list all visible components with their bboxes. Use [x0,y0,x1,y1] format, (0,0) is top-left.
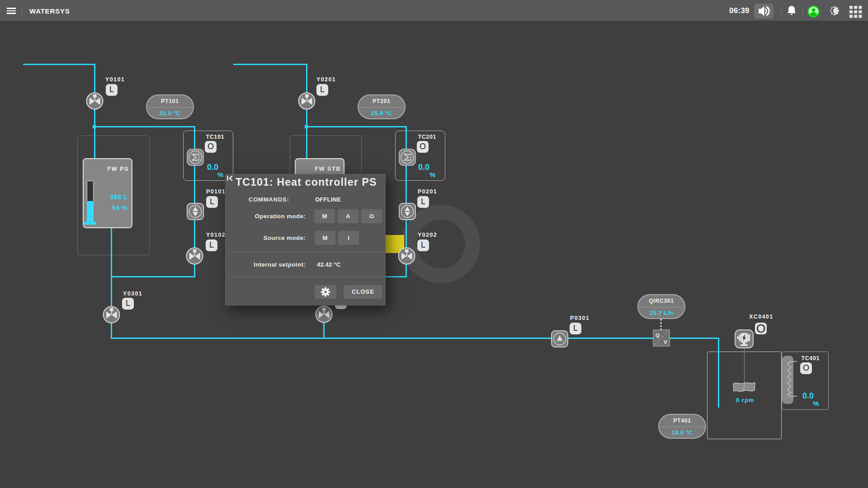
svg-text:V: V [664,339,667,345]
svg-text:Q: Q [656,333,660,338]
